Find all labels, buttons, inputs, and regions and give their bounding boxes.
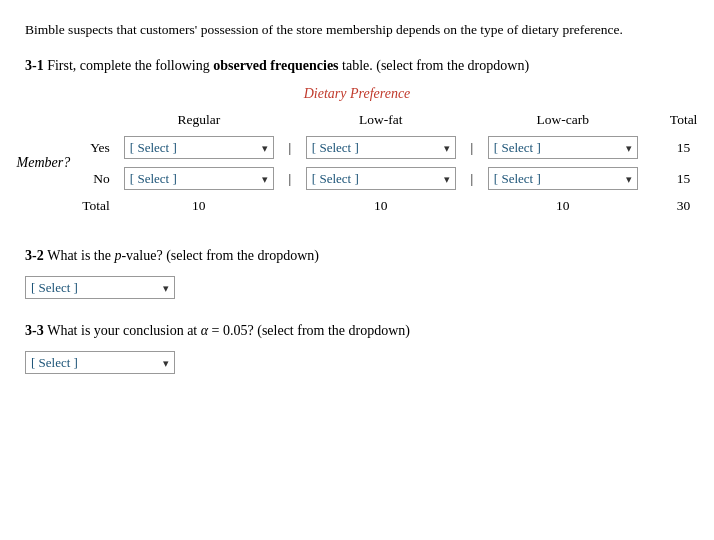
select-yes-regular-input[interactable]: [ Select ] 1234 5678 910 [125, 137, 273, 158]
select-yes-lowcarb[interactable]: [ Select ] 1234 5678 910 [488, 136, 638, 159]
select-no-regular[interactable]: [ Select ] 1234 5678 910 [124, 167, 274, 190]
select-no-lowcarb-input[interactable]: [ Select ] 1234 5678 910 [489, 168, 637, 189]
select-no-lowcarb[interactable]: [ Select ] 1234 5678 910 [488, 167, 638, 190]
select-conclusion-input[interactable]: [ Select ] Reject H0 Fail to reject H0 [26, 352, 174, 373]
select-conclusion[interactable]: [ Select ] Reject H0 Fail to reject H0 [25, 351, 175, 374]
select-pvalue[interactable]: [ Select ] 0.001 0.01 0.05 0.10 0.50 [25, 276, 175, 299]
col-total-lowcarb: 10 [480, 194, 646, 218]
freq-table: Regular Low-fat Low-carb Total Member? Y… [9, 108, 706, 218]
q31-label: 3-1 [25, 58, 44, 73]
select-no-lowfat[interactable]: [ Select ] 1234 5678 910 [306, 167, 456, 190]
select-no-lowfat-input[interactable]: [ Select ] 1234 5678 910 [307, 168, 455, 189]
select-yes-lowfat-input[interactable]: [ Select ] 1234 5678 910 [307, 137, 455, 158]
observed-freq-table-container: Dietary Preference Regular Low-fat Low-c… [25, 86, 689, 218]
q33-label: 3-3 [25, 323, 44, 338]
select-yes-lowcarb-input[interactable]: [ Select ] 1234 5678 910 [489, 137, 637, 158]
col-header-lowcarb: Low-carb [480, 108, 646, 132]
select-yes-lowfat[interactable]: [ Select ] 1234 5678 910 [306, 136, 456, 159]
col-header-regular: Regular [116, 108, 282, 132]
yes-total: 15 [662, 132, 706, 163]
member-label: Member? [9, 132, 75, 194]
question-3-1: 3-1 First, complete the following observ… [25, 58, 689, 218]
q32-dropdown-wrapper: [ Select ] 0.001 0.01 0.05 0.10 0.50 [25, 276, 689, 299]
col-header-lowfat: Low-fat [298, 108, 464, 132]
select-no-regular-input[interactable]: [ Select ] 1234 5678 910 [125, 168, 273, 189]
intro-text: Bimble suspects that customers' possessi… [25, 20, 689, 40]
q32-label: 3-2 [25, 248, 44, 263]
row-yes-label: Yes [74, 132, 116, 163]
no-total: 15 [662, 163, 706, 194]
dietary-preference-title: Dietary Preference [304, 86, 411, 102]
table-row-yes: Member? Yes [ Select ] 1234 5678 910 | [9, 132, 706, 163]
col-total-lowfat: 10 [298, 194, 464, 218]
col-header-total: Total [662, 108, 706, 132]
question-3-3: 3-3 What is your conclusion at α = 0.05?… [25, 323, 689, 374]
table-row-no: No [ Select ] 1234 5678 910 | [9, 163, 706, 194]
select-yes-regular[interactable]: [ Select ] 1234 5678 910 [124, 136, 274, 159]
row-no-label: No [74, 163, 116, 194]
q33-dropdown-wrapper: [ Select ] Reject H0 Fail to reject H0 [25, 351, 689, 374]
col-total-regular: 10 [116, 194, 282, 218]
table-row-totals: Total 10 10 10 30 [9, 194, 706, 218]
grand-total: 30 [662, 194, 706, 218]
question-3-2: 3-2 What is the p-value? (select from th… [25, 248, 689, 299]
total-label: Total [74, 194, 116, 218]
select-pvalue-input[interactable]: [ Select ] 0.001 0.01 0.05 0.10 0.50 [26, 277, 174, 298]
